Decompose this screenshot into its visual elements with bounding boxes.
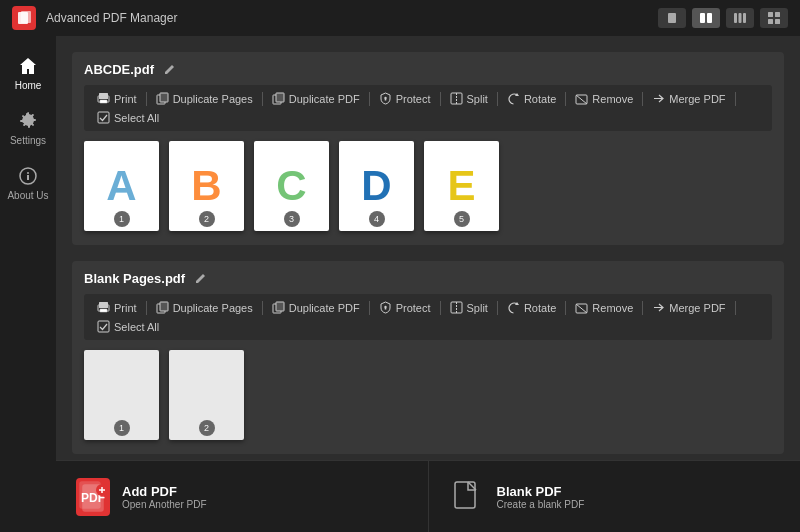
remove-btn-abcde[interactable]: Remove — [568, 89, 640, 108]
page-letter-5: E — [447, 162, 475, 210]
page-thumb-3[interactable]: C 3 — [254, 141, 329, 231]
duplicate-pdf-btn-abcde[interactable]: Duplicate PDF — [265, 89, 367, 108]
bottom-bar: PDF Add PDF Open Another PDF — [56, 460, 800, 532]
title-bar: Advanced PDF Manager — [0, 0, 800, 36]
pdf-title-blank: Blank Pages.pdf — [84, 271, 185, 286]
blank-page-card-1: 1 — [84, 350, 159, 440]
page-letter-1: A — [106, 162, 136, 210]
blank-page-thumb-2[interactable]: 2 — [169, 350, 244, 440]
main-layout: Home Settings About Us ABCDE.pdf — [0, 36, 800, 532]
svg-rect-7 — [743, 13, 746, 23]
svg-rect-8 — [768, 12, 773, 17]
page-letter-2: B — [191, 162, 221, 210]
add-pdf-label: Add PDF — [122, 484, 207, 499]
protect-btn-blank[interactable]: Protect — [372, 298, 438, 317]
svg-rect-14 — [27, 175, 29, 180]
pdf-section-abcde: ABCDE.pdf Print — [72, 52, 784, 245]
pdf-section-blank: Blank Pages.pdf Print — [72, 261, 784, 454]
sep8 — [735, 92, 736, 106]
sep6 — [565, 92, 566, 106]
merge-pdf-btn-abcde[interactable]: Merge PDF — [645, 89, 732, 108]
page-letter-3: C — [276, 162, 306, 210]
view-quad-btn[interactable] — [760, 8, 788, 28]
duplicate-pages-btn-abcde[interactable]: Duplicate Pages — [149, 89, 260, 108]
svg-rect-2 — [668, 13, 676, 23]
duplicate-pages-btn-blank[interactable]: Duplicate Pages — [149, 298, 260, 317]
blank-pdf-icon — [449, 477, 485, 517]
svg-rect-24 — [384, 99, 386, 101]
sep1 — [146, 92, 147, 106]
svg-rect-20 — [160, 93, 168, 102]
page-thumb-2[interactable]: B 2 — [169, 141, 244, 231]
svg-point-15 — [27, 172, 29, 174]
svg-rect-35 — [160, 302, 168, 311]
blank-pdf-sublabel: Create a blank PDF — [497, 499, 585, 510]
svg-line-29 — [576, 95, 587, 104]
svg-rect-37 — [276, 302, 284, 311]
sep5 — [497, 92, 498, 106]
page-number-5: 5 — [454, 211, 470, 227]
remove-btn-blank[interactable]: Remove — [568, 298, 640, 317]
sidebar-item-about[interactable]: About Us — [0, 156, 56, 211]
page-letter-4: D — [361, 162, 391, 210]
app-logo — [12, 6, 36, 30]
sep-b2 — [262, 301, 263, 315]
pdf-header-blank: Blank Pages.pdf — [84, 271, 772, 286]
toolbar-abcde: Print Duplicate Pages — [84, 85, 772, 131]
add-pdf-icon: PDF — [76, 478, 110, 516]
protect-btn-abcde[interactable]: Protect — [372, 89, 438, 108]
sidebar-item-home[interactable]: Home — [0, 46, 56, 101]
split-btn-abcde[interactable]: Split — [443, 89, 495, 108]
sep7 — [642, 92, 643, 106]
svg-rect-1 — [21, 11, 31, 23]
sidebar-item-settings[interactable]: Settings — [0, 101, 56, 156]
sep-b3 — [369, 301, 370, 315]
view-single-btn[interactable] — [658, 8, 686, 28]
page-card-5: E 5 — [424, 141, 499, 231]
sidebar: Home Settings About Us — [0, 36, 56, 532]
add-pdf-text: Add PDF Open Another PDF — [122, 484, 207, 510]
rotate-btn-abcde[interactable]: Rotate — [500, 89, 563, 108]
svg-rect-10 — [768, 19, 773, 24]
pdf-title-abcde: ABCDE.pdf — [84, 62, 154, 77]
select-all-btn-abcde[interactable]: Select All — [90, 108, 166, 127]
blank-pdf-button[interactable]: Blank PDF Create a blank PDF — [428, 460, 801, 532]
blank-page-card-2: 2 — [169, 350, 244, 440]
svg-line-44 — [576, 304, 587, 313]
page-number-4: 4 — [369, 211, 385, 227]
merge-pdf-btn-blank[interactable]: Merge PDF — [645, 298, 732, 317]
sep-b6 — [565, 301, 566, 315]
view-triple-btn[interactable] — [726, 8, 754, 28]
blank-page-thumb-1[interactable]: 1 — [84, 350, 159, 440]
split-btn-blank[interactable]: Split — [443, 298, 495, 317]
page-thumb-1[interactable]: A 1 — [84, 141, 159, 231]
sep3 — [369, 92, 370, 106]
select-all-btn-blank[interactable]: Select All — [90, 317, 166, 336]
pages-grid-blank: 1 2 — [84, 350, 772, 440]
page-thumb-5[interactable]: E 5 — [424, 141, 499, 231]
print-btn-blank[interactable]: Print — [90, 298, 144, 317]
edit-icon-blank — [193, 272, 207, 286]
page-card-3: C 3 — [254, 141, 329, 231]
toolbar-blank: Print Duplicate Pages — [84, 294, 772, 340]
print-btn-abcde[interactable]: Print — [90, 89, 144, 108]
page-card-1: A 1 — [84, 141, 159, 231]
sep4 — [440, 92, 441, 106]
duplicate-pdf-btn-blank[interactable]: Duplicate PDF — [265, 298, 367, 317]
blank-page-number-2: 2 — [199, 420, 215, 436]
page-number-3: 3 — [284, 211, 300, 227]
view-controls — [658, 8, 788, 28]
pages-grid-abcde: A 1 B 2 C 3 — [84, 141, 772, 231]
sep-b7 — [642, 301, 643, 315]
page-card-2: B 2 — [169, 141, 244, 231]
rotate-btn-blank[interactable]: Rotate — [500, 298, 563, 317]
svg-rect-30 — [98, 112, 109, 123]
page-number-1: 1 — [114, 211, 130, 227]
svg-rect-6 — [739, 13, 742, 23]
blank-pdf-text: Blank PDF Create a blank PDF — [497, 484, 585, 510]
add-pdf-button[interactable]: PDF Add PDF Open Another PDF — [56, 460, 428, 532]
sep-b1 — [146, 301, 147, 315]
page-thumb-4[interactable]: D 4 — [339, 141, 414, 231]
pdf-sections: ABCDE.pdf Print — [56, 36, 800, 460]
view-double-btn[interactable] — [692, 8, 720, 28]
